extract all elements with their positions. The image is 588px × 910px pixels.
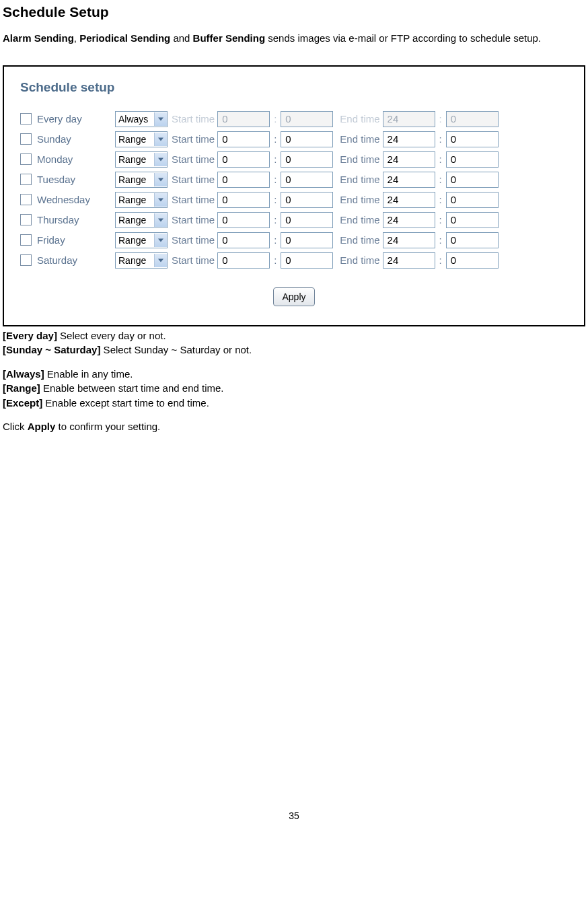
time-colon: : [274,174,277,185]
time-colon: : [274,113,277,125]
day-checkbox[interactable] [20,174,32,185]
start-minute-input[interactable]: 0 [281,131,333,147]
def-everyday-term: [Every day] [3,330,57,341]
def-days-text: Select Sunday ~ Saturday or not. [100,344,252,355]
end-time-label: End time [340,214,379,225]
schedule-row: FridayRangeStart time0:0End time24:0 [20,232,568,248]
start-minute-input[interactable]: 0 [281,172,333,188]
day-checkbox[interactable] [20,214,32,225]
end-time-label: End time [340,133,379,145]
end-minute-input[interactable]: 0 [446,172,499,188]
start-minute-input[interactable]: 0 [281,192,333,208]
schedule-row: MondayRangeStart time0:0End time24:0 [20,151,568,168]
start-minute-input[interactable]: 0 [281,252,333,269]
schedule-row: SaturdayRangeStart time0:0End time24:0 [20,252,568,269]
intro-paragraph: Alarm Sending, Periodical Sending and Bu… [3,32,585,45]
end-minute-input[interactable]: 0 [446,192,499,208]
day-checkbox[interactable] [20,234,32,246]
start-time-label: Start time [172,214,215,225]
mode-select-value: Range [116,255,154,266]
day-checkbox[interactable] [20,153,32,165]
end-minute-input[interactable]: 0 [446,212,499,228]
start-hour-input[interactable]: 0 [217,111,270,127]
end-hour-input[interactable]: 24 [383,212,435,228]
chevron-down-icon [154,234,167,247]
intro-text-3: sends images via e-mail or FTP according… [265,32,541,44]
start-time-label: Start time [172,194,215,205]
mode-select[interactable]: Range [115,212,168,228]
def-range-text: Enable between start time and end time. [40,382,224,394]
mode-select-value: Range [116,215,154,225]
start-minute-input[interactable]: 0 [281,212,333,228]
day-checkbox[interactable] [20,254,32,266]
time-colon: : [439,153,442,165]
end-hour-input[interactable]: 24 [383,131,435,147]
start-hour-input[interactable]: 0 [217,151,270,168]
end-time-label: End time [340,234,379,246]
start-hour-input[interactable]: 0 [217,192,270,208]
day-label: Wednesday [37,194,115,205]
chevron-down-icon [154,254,167,267]
mode-select[interactable]: Range [115,131,168,147]
mode-select[interactable]: Always [115,111,168,127]
end-hour-input[interactable]: 24 [383,252,435,269]
day-label: Sunday [37,133,115,145]
start-minute-input[interactable]: 0 [281,111,333,127]
mode-select[interactable]: Range [115,172,168,188]
start-hour-input[interactable]: 0 [217,212,270,228]
def-apply-bold: Apply [28,421,56,432]
start-time-label: Start time [172,174,215,185]
start-time-label: Start time [172,113,215,125]
end-time-label: End time [340,174,379,185]
chevron-down-icon [154,133,167,146]
time-colon: : [439,174,442,185]
page-number: 35 [3,810,585,832]
schedule-row: Every dayAlwaysStart time0:0End time24:0 [20,111,568,127]
def-always-text: Enable in any time. [44,368,133,380]
end-minute-input[interactable]: 0 [446,252,499,269]
start-minute-input[interactable]: 0 [281,151,333,168]
schedule-row: SundayRangeStart time0:0End time24:0 [20,131,568,147]
day-checkbox[interactable] [20,133,32,145]
time-colon: : [439,133,442,145]
mode-select[interactable]: Range [115,252,168,269]
end-time-label: End time [340,194,379,205]
end-hour-input[interactable]: 24 [383,151,435,168]
mode-select[interactable]: Range [115,151,168,168]
chevron-down-icon [154,153,167,166]
time-colon: : [439,234,442,246]
intro-bold-1: Alarm Sending [3,32,74,44]
end-minute-input[interactable]: 0 [446,111,499,127]
schedule-row: ThursdayRangeStart time0:0End time24:0 [20,212,568,228]
end-hour-input[interactable]: 24 [383,111,435,127]
start-hour-input[interactable]: 0 [217,232,270,248]
start-hour-input[interactable]: 0 [217,172,270,188]
time-colon: : [274,254,277,266]
end-hour-input[interactable]: 24 [383,172,435,188]
day-checkbox[interactable] [20,194,32,205]
mode-select[interactable]: Range [115,192,168,208]
mode-select-value: Range [116,235,154,246]
schedule-panel: Schedule setup Every dayAlwaysStart time… [3,65,585,326]
end-minute-input[interactable]: 0 [446,131,499,147]
def-apply-text-c: to confirm your setting. [55,421,160,432]
end-minute-input[interactable]: 0 [446,151,499,168]
start-hour-input[interactable]: 0 [217,252,270,269]
time-colon: : [439,113,442,125]
chevron-down-icon [154,173,167,186]
page-title: Schedule Setup [3,4,585,20]
end-hour-input[interactable]: 24 [383,232,435,248]
def-except-text: Enable except start time to end time. [42,397,209,409]
start-minute-input[interactable]: 0 [281,232,333,248]
day-checkbox[interactable] [20,113,32,125]
mode-select[interactable]: Range [115,232,168,248]
end-time-label: End time [340,153,379,165]
intro-text-1: , [74,32,79,44]
end-hour-input[interactable]: 24 [383,192,435,208]
end-minute-input[interactable]: 0 [446,232,499,248]
def-except-term: [Except] [3,397,42,409]
schedule-row: WednesdayRangeStart time0:0End time24:0 [20,192,568,208]
start-hour-input[interactable]: 0 [217,131,270,147]
apply-button[interactable]: Apply [273,287,314,306]
start-time-label: Start time [172,254,215,266]
